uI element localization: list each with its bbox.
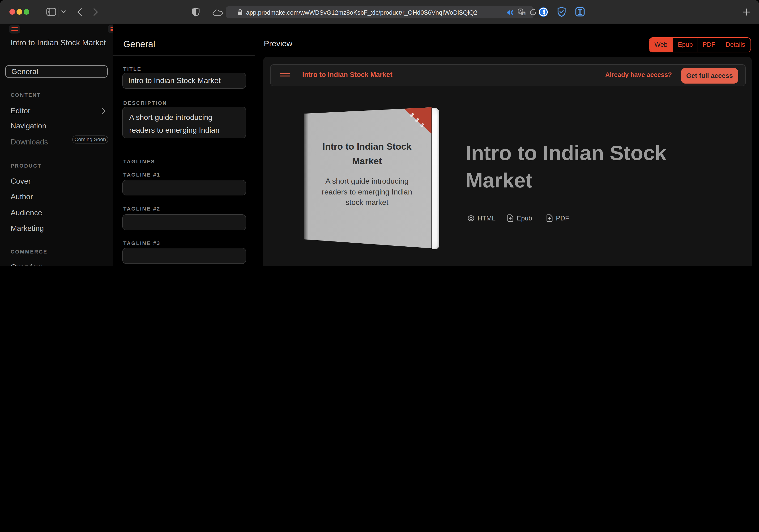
svg-text:文: 文 [522,12,525,15]
svg-text:A: A [519,9,522,13]
